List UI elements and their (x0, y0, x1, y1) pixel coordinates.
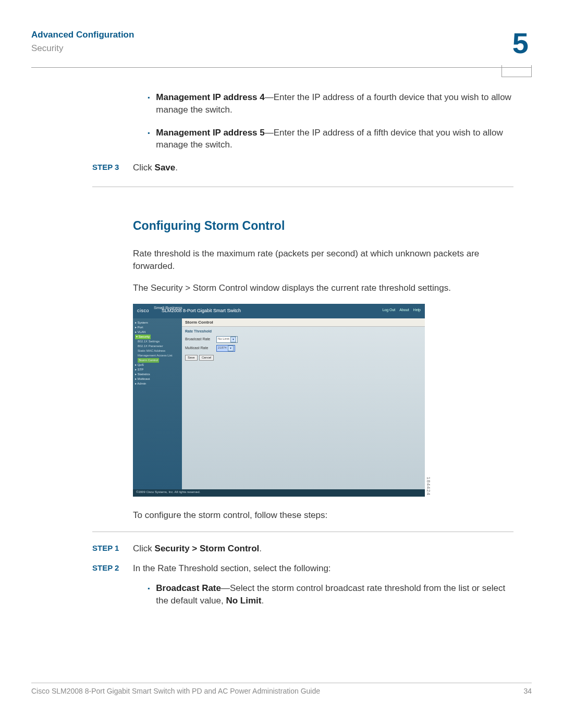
footer-page-number: 34 (523, 686, 532, 697)
panel-subtitle: Rate Threshold (182, 327, 425, 335)
nav-subitem-selected[interactable]: Storm Control (138, 358, 159, 363)
chevron-down-icon: ▾ (228, 346, 234, 351)
nav-item[interactable]: ▸ VLAN (135, 330, 180, 335)
save-button[interactable]: Save (185, 355, 198, 361)
multicast-rate-select[interactable]: 21874▾ (216, 345, 235, 352)
step-row: STEP 2 In the Rate Threshold section, se… (133, 562, 513, 575)
nav-subitem[interactable]: Static MAC Address (138, 349, 180, 353)
broadcast-rate-select[interactable]: No Limit▾ (216, 336, 238, 343)
header-title: Advanced Configuration (31, 29, 512, 41)
panel-title: Storm Control (182, 318, 425, 327)
nav-subitem[interactable]: 802.1X Parameter (138, 344, 180, 349)
nav-item[interactable]: ▸ Admin (135, 381, 180, 386)
step-row: STEP 3 Click Save. (133, 162, 513, 174)
section-heading: Configuring Storm Control (133, 217, 513, 234)
form-label: Multicast Rate (185, 346, 216, 350)
nav-item-selected[interactable]: ▾ Security (135, 335, 151, 339)
shot-footer: ©2009 Cisco Systems, Inc. All rights res… (133, 489, 425, 497)
bullet-icon: ▪ (148, 584, 150, 607)
form-row: Broadcast Rate No Limit▾ (182, 335, 425, 344)
screenshot-figure: cisco Small Business SLM2008 8-Port Giga… (133, 304, 425, 497)
chapter-number: 5 (512, 29, 532, 58)
paragraph: Rate threshold is the maximum rate (pack… (133, 248, 513, 273)
nav-subitem[interactable]: Management Access List (138, 353, 180, 358)
figure-ref-number: 184424 (425, 477, 431, 496)
form-row: Multicast Rate 21874▾ (182, 344, 425, 353)
header-rule (31, 67, 532, 68)
shot-brand-sub: Small Business (154, 305, 182, 311)
nav-subitem[interactable]: 802.1X Settings (138, 339, 180, 344)
footer-doc-title: Cisco SLM2008 8-Port Gigabit Smart Switc… (31, 686, 320, 697)
shot-nav: ▸ System ▸ Port ▸ VLAN ▾ Security 802.1X… (133, 318, 182, 489)
bullet-icon: ▪ (148, 129, 150, 152)
step-label: STEP 2 (92, 562, 133, 575)
header-section: Security (31, 42, 512, 55)
nav-item[interactable]: ▸ Multicast (135, 377, 180, 381)
step-label: STEP 3 (92, 162, 133, 174)
chapter-tab (501, 65, 532, 77)
chevron-down-icon: ▾ (230, 337, 236, 342)
paragraph: To configure the storm control, follow t… (133, 509, 513, 522)
nav-item[interactable]: ▸ System (135, 320, 180, 325)
nav-item[interactable]: ▸ QoS (135, 363, 180, 367)
nav-item[interactable]: ▸ STP (135, 367, 180, 372)
shot-link-about[interactable]: About (399, 308, 409, 312)
form-label: Broadcast Rate (185, 337, 216, 341)
nav-item[interactable]: ▸ Port (135, 325, 180, 330)
shot-link-help[interactable]: Help (413, 308, 421, 312)
step-label: STEP 1 (92, 542, 133, 555)
step-separator (92, 187, 513, 187)
cancel-button[interactable]: Cancel (199, 355, 214, 361)
step-separator (92, 532, 513, 532)
bullet-item: ▪ Broadcast Rate—Select the storm contro… (148, 582, 513, 607)
paragraph: The Security > Storm Control window disp… (133, 282, 513, 294)
shot-link-logout[interactable]: Log Out (382, 308, 395, 312)
cisco-logo: cisco (137, 308, 149, 314)
bullet-icon: ▪ (148, 93, 150, 116)
bullet-item: ▪ Management IP address 4—Enter the IP a… (148, 91, 513, 116)
step-row: STEP 1 Click Security > Storm Control. (133, 542, 513, 555)
bullet-item: ▪ Management IP address 5—Enter the IP a… (148, 127, 513, 152)
page-footer: Cisco SLM2008 8-Port Gigabit Smart Switc… (31, 683, 532, 697)
nav-item[interactable]: ▸ Statistics (135, 372, 180, 377)
